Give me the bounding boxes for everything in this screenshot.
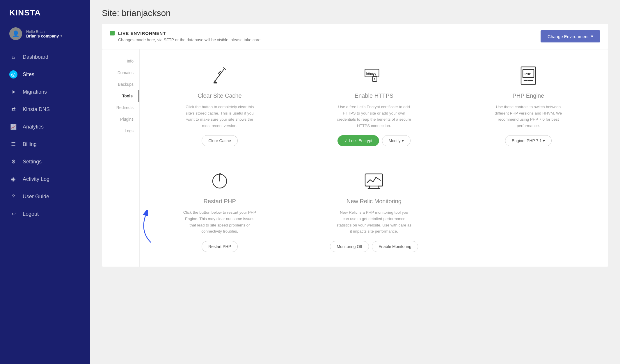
analytics-icon: 📈 [9,123,17,131]
php-engine-icon: PHP [517,64,540,87]
https-title: Enable HTTPS [355,92,393,99]
sidebar-item-label: Logout [23,211,39,217]
new-relic-title: New Relic Monitoring [347,198,402,205]
home-icon: ⌂ [9,53,17,61]
chevron-down-icon: ▾ [61,34,62,38]
php-engine-desc: Use these controls to switch between dif… [491,104,566,129]
change-environment-button[interactable]: Change Environment ▾ [541,30,600,42]
sidebar-item-label: Migrations [23,89,47,95]
restart-php-icon [208,169,231,193]
svg-text:https: https [366,72,374,75]
sidebar-item-settings[interactable]: ⚙ Settings [0,153,90,170]
live-dot [110,31,115,35]
restart-php-desc: Click the button below to restart your P… [182,209,257,234]
tool-clear-cache: Clear Site Cache Click the button to com… [151,58,288,152]
sidebar-item-label: Analytics [23,124,44,130]
lets-encrypt-button[interactable]: ✓ Let's Encrypt [337,135,379,146]
sidebar-item-kinsta-dns[interactable]: ⇄ Kinsta DNS [0,101,90,118]
activity-icon: ◉ [9,175,17,183]
chevron-down-icon: ▾ [591,34,593,39]
sidebar-item-sites[interactable]: ◎ Sites [0,66,90,83]
clear-cache-desc: Click the button to completely clear thi… [182,104,257,129]
sidebar-item-migrations[interactable]: ➤ Migrations [0,83,90,101]
sidebar-item-analytics[interactable]: 📈 Analytics [0,118,90,135]
sidebar-item-label: Sites [23,72,34,78]
sidebar-item-label: Activity Log [23,176,49,182]
content-area: LIVE ENVIRONMENT Changes made here, via … [90,24,620,278]
sidebar-nav: ⌂ Dashboard ◎ Sites ➤ Migrations ⇄ Kinst… [0,48,90,229]
sidebar-item-label: Dashboard [23,54,48,60]
sidebar-item-dashboard[interactable]: ⌂ Dashboard [0,48,90,66]
svg-line-4 [218,71,221,74]
env-desc: Changes made here, via SFTP or the datab… [118,38,262,42]
env-label-text: LIVE ENVIRONMENT [118,31,166,36]
guide-icon: ? [9,192,17,201]
sub-nav-plugins[interactable]: Plugins [102,113,139,125]
sub-nav-tools[interactable]: Tools [102,90,139,102]
svg-text:PHP: PHP [525,72,531,76]
sidebar: KINSTA 👤 Hello Brian Brian's company ▾ ⌂… [0,0,90,364]
engine-selector-button[interactable]: Engine: PHP 7.1 ▾ [505,135,552,146]
main-header: Site: brianjackson [90,0,620,24]
sidebar-item-activity-log[interactable]: ◉ Activity Log [0,170,90,188]
clear-cache-button[interactable]: Clear Cache [202,135,238,146]
sites-icon: ◎ [9,70,17,78]
https-desc: Use a free Let's Encrypt certificate to … [336,104,412,129]
sidebar-item-label: Kinsta DNS [23,106,50,113]
svg-rect-3 [214,82,217,83]
tool-restart-php: Restart PHP Click the button below to re… [151,164,288,258]
sub-nav: Info Domains Backups Tools Redirects Plu… [102,49,140,267]
logo: KINSTA [0,0,90,24]
svg-line-5 [219,72,222,75]
sub-nav-info[interactable]: Info [102,55,139,67]
panel-layout: Info Domains Backups Tools Redirects Plu… [102,49,608,267]
billing-icon: ☰ [9,140,17,148]
main-content: Site: brianjackson LIVE ENVIRONMENT Chan… [90,0,620,364]
restart-php-button[interactable]: Restart PHP [202,241,238,252]
clear-cache-title: Clear Site Cache [198,92,242,99]
tool-new-relic: New Relic Monitoring New Relic is a PHP … [305,164,442,258]
dns-icon: ⇄ [9,105,17,113]
sub-nav-domains[interactable]: Domains [102,67,139,78]
tool-php-engine: PHP PHP Engine Use these controls to swi… [460,58,597,152]
sidebar-item-label: Billing [23,141,37,147]
tool-enable-https: https Enable HTTPS Use a free Let's Encr… [305,58,442,152]
hello-text: Hello Brian [26,29,62,34]
page-title: Site: brianjackson [102,8,608,18]
monitoring-off-button[interactable]: Monitoring Off [330,241,369,252]
enable-monitoring-button[interactable]: Enable Monitoring [372,241,418,252]
sub-nav-backups[interactable]: Backups [102,78,139,90]
migrations-icon: ➤ [9,88,17,96]
sidebar-item-label: User Guide [23,194,49,200]
new-relic-icon [362,169,385,193]
new-relic-desc: New Relic is a PHP monitoring tool you c… [336,209,412,234]
php-engine-title: PHP Engine [513,92,544,99]
env-banner: LIVE ENVIRONMENT Changes made here, via … [102,24,608,49]
company-name: Brian's company ▾ [26,34,62,38]
restart-php-title: Restart PHP [204,198,236,205]
sub-nav-redirects[interactable]: Redirects [102,102,139,113]
https-icon: https [362,64,385,87]
sidebar-item-user-guide[interactable]: ? User Guide [0,188,90,205]
sidebar-item-label: Settings [23,159,42,165]
clear-cache-icon [208,64,231,87]
sidebar-item-billing[interactable]: ☰ Billing [0,135,90,153]
settings-icon: ⚙ [9,158,17,166]
svg-point-8 [374,78,375,79]
modify-button[interactable]: Modify ▾ [382,135,411,146]
logout-icon: ↩ [9,210,17,218]
sidebar-item-logout[interactable]: ↩ Logout [0,205,90,223]
sub-nav-logs[interactable]: Logs [102,125,139,137]
avatar: 👤 [9,27,22,40]
user-profile[interactable]: 👤 Hello Brian Brian's company ▾ [0,24,90,48]
tools-content: Clear Site Cache Click the button to com… [140,49,608,267]
tools-grid: Clear Site Cache Click the button to com… [151,58,597,258]
